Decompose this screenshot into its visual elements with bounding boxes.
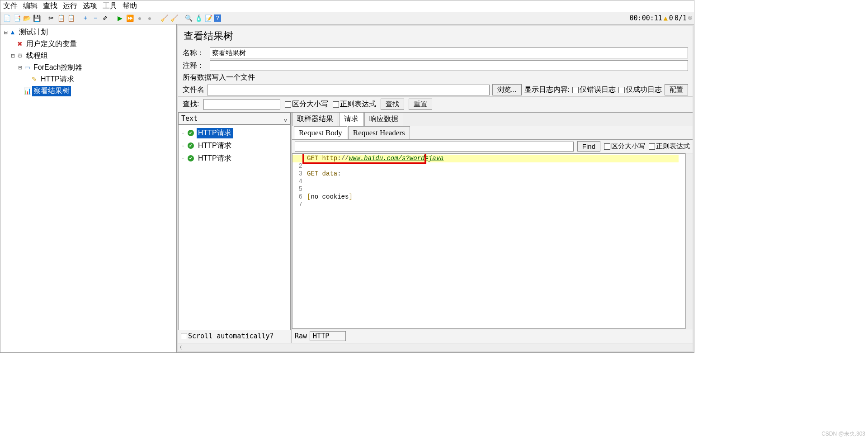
page-title: 查看结果树 (178, 26, 693, 47)
tree-item[interactable]: ✎HTTP请求 (2, 73, 175, 85)
result-item[interactable]: ◦✔HTTP请求 (179, 139, 290, 152)
tree-item[interactable]: ⊟▭ForEach控制器 (2, 62, 175, 73)
subtab-request-body[interactable]: Request Body (294, 126, 347, 139)
find-input[interactable] (295, 142, 574, 152)
request-subtabs: Request Body Request Headers (292, 126, 693, 140)
find-regex-checkbox[interactable]: 正则表达式 (649, 142, 690, 151)
reset-button[interactable]: 重置 (409, 99, 432, 110)
toggle-icon: ◦ (182, 131, 188, 136)
new-icon[interactable]: 📄 (2, 14, 11, 23)
detail-tabs: 取样器结果 请求 响应数据 (292, 113, 693, 126)
menu-选项[interactable]: 选项 (83, 2, 97, 9)
clear-icon[interactable]: 🧹 (160, 14, 169, 23)
wand-icon[interactable]: ✐ (101, 14, 110, 23)
code-line (307, 178, 683, 185)
success-icon: ✔ (188, 142, 194, 149)
subtab-request-headers[interactable]: Request Headers (348, 126, 410, 139)
warning-icon: ▲ (664, 14, 668, 22)
renderer-combo[interactable]: Text ⌄ (178, 113, 291, 124)
menu-编辑[interactable]: 编辑 (23, 2, 38, 9)
toggle-icon[interactable]: ⊟ (2, 29, 9, 35)
code-line: [no cookies] (307, 193, 683, 201)
node-icon: ▲ (9, 28, 17, 36)
plus-icon[interactable]: ＋ (81, 14, 90, 23)
request-body-view[interactable]: 1234567 GET http://www.baidu.com/s?word=… (292, 153, 685, 329)
save-icon[interactable]: 💾 (32, 14, 41, 23)
tab-request[interactable]: 请求 (339, 112, 363, 126)
name-input[interactable] (210, 47, 688, 58)
toggle-icon[interactable]: ⊟ (9, 53, 16, 59)
run-no-pause-icon[interactable]: ⏩ (125, 14, 134, 23)
menu-工具[interactable]: 工具 (103, 2, 117, 9)
vertical-scrollbar[interactable] (685, 153, 693, 329)
result-item[interactable]: ◦✔HTTP请求 (179, 152, 290, 165)
menu-运行[interactable]: 运行 (63, 2, 77, 9)
node-label: HTTP请求 (39, 74, 75, 85)
warning-count: 0 (669, 14, 673, 22)
code-line (307, 201, 683, 209)
tree-item[interactable]: ⊟▲测试计划 (2, 26, 175, 38)
search-label: 查找: (183, 100, 199, 109)
tree-item[interactable]: ✖用户定义的变量 (2, 38, 175, 50)
toggle-icon: ◦ (182, 143, 188, 148)
search-icon[interactable]: 🔍 (184, 14, 193, 23)
configure-button[interactable]: 配置 (665, 84, 688, 95)
tree-item[interactable]: ⊟⚙线程组 (2, 50, 175, 62)
scroll-auto-checkbox[interactable]: Scroll automatically? (181, 332, 274, 340)
copy-icon[interactable]: 📋 (57, 14, 66, 23)
search-button[interactable]: 查找 (381, 99, 404, 110)
paste-icon[interactable]: 📋 (66, 14, 75, 23)
clear-all-icon[interactable]: 🧹 (170, 14, 179, 23)
code-line (307, 185, 683, 193)
shutdown-icon[interactable]: ● (145, 14, 154, 23)
result-label: HTTP请求 (197, 141, 233, 151)
find-button[interactable]: Find (577, 141, 600, 152)
scroll-left-icon[interactable]: ⟨ (180, 344, 182, 350)
only-error-checkbox[interactable]: 仅错误日志 (572, 85, 616, 95)
template-icon[interactable]: 📑 (12, 14, 21, 23)
result-item[interactable]: ◦✔HTTP请求 (179, 127, 290, 139)
case-checkbox[interactable]: 区分大小写 (285, 100, 328, 109)
tab-response[interactable]: 响应数据 (364, 112, 403, 126)
toggle-icon: ◦ (182, 156, 188, 161)
line-gutter: 1234567 (292, 154, 305, 328)
open-icon[interactable]: 📂 (22, 14, 31, 23)
filename-input[interactable] (207, 85, 490, 95)
find-case-checkbox[interactable]: 区分大小写 (604, 142, 645, 151)
only-success-checkbox[interactable]: 仅成功日志 (618, 85, 662, 95)
toggle-icon[interactable]: ⊟ (17, 65, 23, 71)
help-icon[interactable]: ? (214, 14, 221, 22)
code-line: GET http://www.baidu.com/s?word=java (307, 155, 683, 162)
toolbar: 📄 📑 📂 💾 ✂ 📋 📋 ＋ － ✐ ▶ ⏩ ● ● 🧹 🧹 🔍 🧴 📝 ? (0, 12, 694, 24)
run-icon[interactable]: ▶ (115, 14, 124, 23)
tree-item[interactable]: 📊察看结果树 (2, 85, 175, 97)
success-icon: ✔ (188, 130, 194, 136)
result-label: HTTP请求 (197, 153, 233, 164)
node-icon: ✎ (30, 76, 38, 83)
view-mode-combo[interactable]: HTTP (310, 331, 346, 341)
node-label: 用户定义的变量 (25, 39, 78, 49)
stop-icon[interactable]: ● (135, 14, 144, 23)
search-input[interactable] (203, 99, 280, 110)
menu-帮助[interactable]: 帮助 (123, 2, 137, 9)
code-content: GET http://www.baidu.com/s?word=javaGET … (305, 154, 685, 328)
sample-result-tree[interactable]: ◦✔HTTP请求◦✔HTTP请求◦✔HTTP请求 (178, 124, 291, 330)
result-label: HTTP请求 (197, 128, 233, 138)
browse-button[interactable]: 浏览... (492, 84, 522, 95)
menu-文件[interactable]: 文件 (3, 2, 18, 9)
function-icon[interactable]: 📝 (204, 14, 213, 23)
tab-sampler-result[interactable]: 取样器结果 (292, 112, 338, 126)
regex-checkbox[interactable]: 正则表达式 (333, 100, 376, 109)
test-plan-tree[interactable]: ⊟▲测试计划✖用户定义的变量⊟⚙线程组⊟▭ForEach控制器✎HTTP请求📊察… (0, 24, 177, 352)
node-icon: 📊 (23, 87, 31, 95)
code-line (307, 162, 683, 170)
chevron-down-icon: ⌄ (283, 114, 288, 123)
comment-input[interactable] (210, 60, 688, 71)
horizontal-scrollbar[interactable]: ⟨ (178, 343, 693, 351)
minus-icon[interactable]: － (91, 14, 100, 23)
menu-查找[interactable]: 查找 (43, 2, 57, 9)
status-icon: ☺ (688, 14, 692, 22)
cut-icon[interactable]: ✂ (47, 14, 56, 23)
reset-search-icon[interactable]: 🧴 (194, 14, 203, 23)
show-log-label: 显示日志内容: (524, 85, 570, 95)
